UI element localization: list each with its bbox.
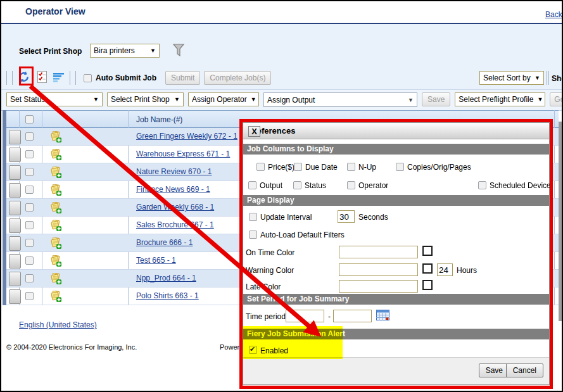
chevron-down-icon: ▼ [408,97,414,103]
status-checkbox[interactable] [293,181,301,189]
job-add-icon[interactable] [50,291,61,302]
auto-submit-checkbox[interactable] [84,74,92,82]
table-scrollbar[interactable] [559,122,562,321]
on-time-color-input[interactable] [339,246,418,258]
time-period-from-input[interactable] [286,310,324,322]
job-name-link[interactable]: Nature Review 670 - 1 [136,167,212,176]
copies-orig-pages-checkbox[interactable] [396,163,404,171]
row-checkbox[interactable] [25,132,34,141]
row-handle-button[interactable] [9,289,21,304]
filter-save-button[interactable]: Save [422,92,450,106]
job-list-lines-icon[interactable] [53,72,65,84]
operator-checkbox[interactable] [347,181,355,189]
separator [548,71,549,85]
job-name-link[interactable]: Sales Brochure 667 - 1 [136,220,214,229]
row-checkbox[interactable] [25,221,34,229]
assign-output-combobox[interactable]: Assign Output▼ [263,92,417,107]
warning-hours-input[interactable] [437,263,453,276]
job-add-icon[interactable] [50,220,61,231]
filter-print-shop-dropdown[interactable]: Select Print Shop▼ [107,92,184,106]
job-name-link[interactable]: Garden Weekly 668 - 1 [136,203,214,212]
row-handle-button[interactable] [9,130,21,144]
job-name-link[interactable]: Green Fingers Weekly 672 - 1 [136,132,237,141]
select-all-checkbox[interactable] [25,115,34,123]
row-handle-button[interactable] [9,165,21,180]
copyright-text: © 2004-2020 Electronics For Imaging, Inc… [6,343,137,351]
language-link[interactable]: English (United States) [19,320,97,329]
job-name-link[interactable]: Brochure 666 - 1 [136,238,193,247]
row-checkbox[interactable] [25,150,34,158]
due-date-checkbox[interactable] [294,163,302,171]
row-handle-button[interactable] [9,218,21,233]
row-handle-button[interactable] [9,201,21,215]
chevron-down-icon: ▼ [251,96,256,103]
row-checkbox[interactable] [25,203,34,212]
preflight-profile-dropdown[interactable]: Select Preflight Profile▼ [455,92,545,106]
close-icon[interactable]: X [248,126,260,137]
go-button[interactable]: Go [550,92,563,106]
separator [547,71,547,85]
autoload-filters-checkbox[interactable] [249,231,257,239]
row-checkbox[interactable] [25,168,34,176]
preferences-checklist-icon[interactable] [37,71,47,85]
row-handle-button[interactable] [9,148,21,162]
job-add-icon[interactable] [50,202,61,213]
row-checkbox[interactable] [25,274,34,282]
job-name-column-header: Job Name-(#) [136,115,182,124]
n-up-label: N-Up [358,163,376,172]
fiery-enabled-checkbox[interactable] [249,346,257,354]
chevron-down-icon: ▼ [93,96,99,103]
job-name-link[interactable]: Npp_Prod 664 - 1 [136,274,196,282]
warning-color-swatch[interactable] [422,263,433,274]
calendar-icon[interactable] [376,310,389,322]
n-up-checkbox[interactable] [347,163,355,171]
filter-funnel-icon[interactable] [172,43,185,59]
select-print-shop-label: Select Print Shop [19,47,82,56]
update-interval-checkbox[interactable] [249,213,257,221]
output-checkbox[interactable] [248,181,256,189]
section-job-columns: Job Columns to Display [243,144,549,155]
row-checkbox[interactable] [25,186,34,194]
job-add-icon[interactable] [50,255,61,267]
sort-by-value: Select Sort by [483,73,531,82]
row-checkbox[interactable] [25,292,34,300]
late-color-swatch[interactable] [422,280,433,290]
row-handle-button[interactable] [9,254,21,269]
operator-label: Operator [358,181,388,190]
job-name-link[interactable]: Warehouse Express 671 - 1 [136,149,230,158]
section-fiery-alert: Fiery Job Submission Alert [243,329,549,339]
job-add-icon[interactable] [50,184,61,196]
late-color-input[interactable] [339,280,418,293]
job-add-icon[interactable] [50,273,61,284]
job-name-link[interactable]: Polo Shirts 663 - 1 [136,291,199,300]
warning-color-input[interactable] [339,263,418,276]
back-link[interactable]: Back [545,10,562,19]
job-add-icon[interactable] [50,149,61,160]
scheduled-device-label: Scheduled Device [490,181,551,190]
print-shop-dropdown[interactable]: Bira printers ▼ [90,44,160,58]
dialog-save-button[interactable]: Save [479,364,510,377]
job-name-link[interactable]: Test 665 - 1 [136,256,176,265]
job-add-icon[interactable] [50,167,61,178]
on-time-color-swatch[interactable] [422,246,433,256]
row-checkbox[interactable] [25,239,34,247]
complete-jobs-button[interactable]: Complete Job(s) [204,71,271,85]
submit-button[interactable]: Submit [165,71,200,85]
dialog-cancel-button[interactable]: Cancel [506,364,543,377]
assign-operator-dropdown[interactable]: Assign Operator▼ [188,92,259,106]
set-status-dropdown[interactable]: Set Status▼ [6,92,103,106]
row-checkbox[interactable] [25,256,34,265]
dialog-titlebar[interactable]: Preferences X [243,123,549,139]
update-interval-input[interactable] [338,210,355,223]
job-name-link[interactable]: Finance News 669 - 1 [136,185,210,194]
time-period-to-input[interactable] [333,310,372,322]
auto-submit-label: Auto Submit Job [96,73,156,82]
sort-by-dropdown[interactable]: Select Sort by ▼ [479,71,544,85]
scheduled-device-checkbox[interactable] [478,181,486,189]
row-handle-button[interactable] [9,183,21,198]
row-handle-button[interactable] [9,236,21,251]
price-checkbox[interactable] [256,163,265,171]
job-add-icon[interactable] [50,131,61,142]
row-handle-button[interactable] [9,272,21,286]
job-add-icon[interactable] [50,237,61,249]
